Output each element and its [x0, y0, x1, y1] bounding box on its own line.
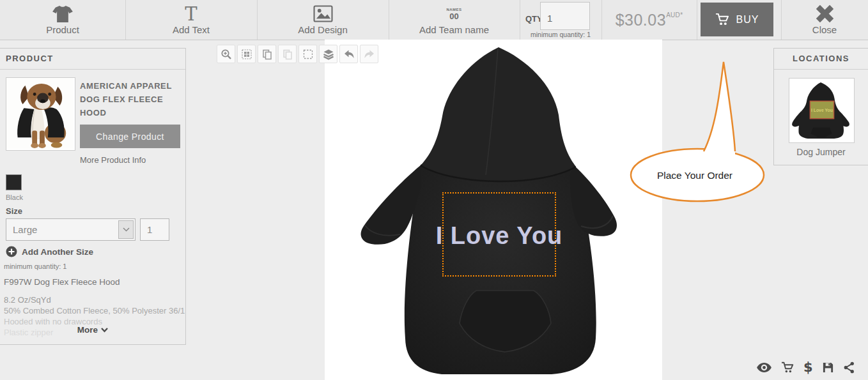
magnifier-plus-icon: [221, 49, 232, 60]
image-icon: [313, 5, 333, 23]
add-text-tab-label: Add Text: [173, 24, 210, 35]
add-team-name-tab[interactable]: NAMES 00 Add Team name: [389, 0, 520, 40]
chevron-down-icon: [101, 328, 108, 333]
print-area-icon: [241, 49, 252, 60]
color-swatch[interactable]: [6, 174, 22, 190]
size-select-value: Large: [13, 224, 37, 235]
design-text[interactable]: I Love You: [436, 220, 563, 250]
tshirt-icon: [52, 5, 73, 23]
product-panel-header: PRODUCT: [0, 49, 185, 70]
paste-icon: [282, 49, 293, 60]
add-design-tab[interactable]: Add Design: [257, 0, 389, 40]
product-tab-label: Product: [46, 24, 79, 35]
paste-button[interactable]: [278, 45, 297, 63]
undo-icon: [343, 49, 355, 60]
price-amount: $30.03: [616, 11, 666, 29]
change-product-button[interactable]: Change Product: [80, 125, 180, 148]
size-select[interactable]: Large: [6, 218, 136, 241]
cart-icon: [781, 361, 794, 374]
product-photo: [6, 77, 75, 151]
product-tab[interactable]: Product: [0, 0, 126, 40]
redo-button[interactable]: [360, 45, 378, 63]
cart-button[interactable]: [781, 361, 794, 374]
location-thumbnail[interactable]: I Love You: [789, 78, 855, 143]
save-button[interactable]: [822, 361, 834, 374]
designer-app: Product T Add Text Add Design NAMES 00 A…: [0, 0, 868, 380]
undo-button[interactable]: [339, 45, 358, 63]
pricing-button[interactable]: $: [803, 360, 813, 375]
canvas-toolbar: [217, 45, 378, 63]
location-label: Dog Jumper: [774, 147, 868, 157]
dog-photo-illustration: [6, 78, 74, 149]
product-detail-1: 8.2 Oz/SqYd: [4, 295, 51, 305]
product-detail-2: 50% Combed Cotton Fleece, 50% Polyester …: [4, 306, 185, 315]
buy-section: BUY: [697, 0, 782, 40]
location-thumbnail-image: I Love You: [789, 79, 853, 141]
add-design-tab-label: Add Design: [298, 24, 348, 35]
chevron-down-icon: [118, 220, 134, 239]
place-order-callout: Place Your Order: [623, 54, 770, 207]
locations-panel: LOCATIONS I Love You Dog Jumper: [773, 48, 868, 165]
copy-icon: [261, 49, 273, 60]
add-text-tab[interactable]: T Add Text: [125, 0, 258, 40]
jersey-icon-number: 00: [449, 12, 458, 20]
jersey-icon-names: NAMES: [446, 8, 461, 11]
eye-icon: [756, 362, 772, 373]
select-area-button[interactable]: [298, 45, 317, 63]
product-title: AMERICAN APPAREL DOG FLEX FLEECE HOOD: [80, 79, 181, 119]
jersey-icon: NAMES 00: [446, 5, 461, 23]
share-icon: [843, 361, 855, 374]
preview-button[interactable]: [756, 362, 772, 373]
add-another-size-button[interactable]: Add Another Size: [6, 246, 93, 257]
close-button-label: Close: [812, 24, 837, 35]
add-another-size-label: Add Another Size: [22, 247, 93, 257]
plus-circle-icon: [6, 246, 17, 257]
copy-button[interactable]: [258, 45, 276, 63]
add-team-name-tab-label: Add Team name: [419, 24, 489, 35]
buy-button-label: BUY: [736, 14, 759, 26]
product-panel: PRODUCT: [0, 48, 186, 345]
close-button[interactable]: Close: [781, 0, 868, 40]
price-currency: AUD*: [666, 11, 683, 19]
close-icon: [816, 5, 834, 23]
qty-input[interactable]: [540, 2, 590, 30]
style-name: F997W Dog Flex Fleece Hood: [4, 277, 120, 287]
quantity-section: QTY minimum quantity: 1: [520, 0, 602, 40]
size-label: Size: [6, 206, 22, 216]
size-qty-input[interactable]: [140, 218, 169, 241]
more-product-info-link[interactable]: More Product Info: [80, 155, 146, 165]
buy-button[interactable]: BUY: [701, 3, 773, 36]
layers-button[interactable]: [319, 45, 337, 63]
dollar-icon: $: [803, 360, 813, 375]
save-icon: [822, 361, 834, 374]
qty-minimum-note: minimum quantity: 1: [520, 31, 601, 38]
print-area-button[interactable]: [237, 45, 256, 63]
thumbnail-design-text: I Love You: [811, 108, 833, 112]
share-button[interactable]: [843, 361, 855, 374]
layers-icon: [323, 49, 334, 60]
top-toolbar: Product T Add Text Add Design NAMES 00 A…: [0, 0, 868, 40]
marquee-icon: [302, 49, 314, 60]
panel-minimum-note: minimum quantity: 1: [4, 262, 66, 270]
cart-icon: [715, 13, 730, 26]
zoom-in-button[interactable]: [217, 45, 235, 63]
more-details-link[interactable]: More: [0, 324, 185, 335]
color-swatch-label: Black: [6, 194, 23, 201]
design-area[interactable]: I Love You: [442, 192, 556, 277]
callout-text: Place Your Order: [657, 170, 732, 181]
price-section: $30.03AUD*: [601, 0, 697, 40]
redo-icon: [364, 49, 375, 60]
more-details-label: More: [77, 325, 98, 335]
text-icon: T: [185, 5, 197, 23]
footer-actions: $: [756, 360, 855, 375]
locations-panel-header: LOCATIONS: [774, 49, 868, 70]
design-canvas[interactable]: I Love You: [325, 40, 662, 380]
price-display: $30.03AUD*: [616, 11, 683, 29]
